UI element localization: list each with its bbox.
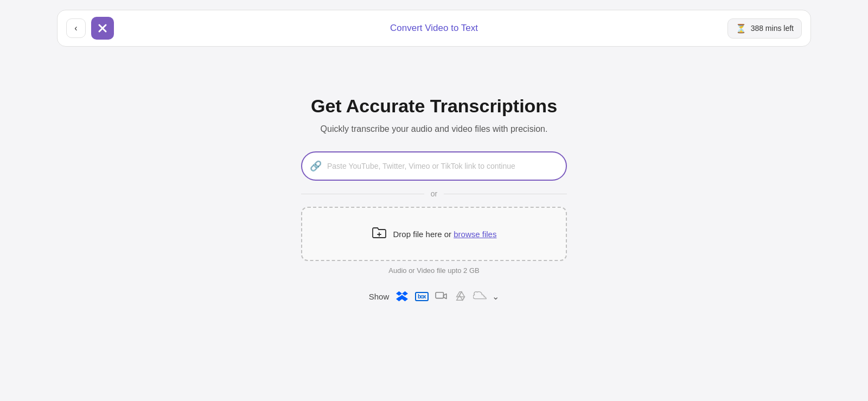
svg-rect-0 xyxy=(436,292,443,298)
logo-svg xyxy=(96,22,109,35)
url-input-wrapper: 🔗 xyxy=(301,151,567,181)
chevron-left-icon: ‹ xyxy=(74,23,77,33)
page-title: Convert Video to Text xyxy=(390,23,478,34)
or-divider: or xyxy=(301,189,567,198)
logo-icon xyxy=(91,17,114,40)
drop-text-prefix: Drop file here or xyxy=(393,230,454,239)
dropbox-icon[interactable] xyxy=(394,289,410,304)
cloud-icons: box xyxy=(394,289,499,304)
folder-icon xyxy=(372,226,387,243)
main-heading: Get Accurate Transcriptions xyxy=(311,96,557,117)
screen-recorder-icon[interactable] xyxy=(433,289,449,304)
show-label: Show xyxy=(369,292,390,301)
google-drive-icon[interactable] xyxy=(453,289,468,304)
timer-display: ⏳ 388 mins left xyxy=(727,18,802,39)
back-button[interactable]: ‹ xyxy=(66,18,86,38)
show-row: Show box xyxy=(369,289,500,304)
onedrive-icon[interactable] xyxy=(473,289,488,304)
show-more-chevron[interactable]: ⌄ xyxy=(492,291,499,302)
drop-text: Drop file here or browse files xyxy=(393,230,497,239)
main-subtitle: Quickly transcribe your audio and video … xyxy=(321,124,548,134)
nav-left: ‹ xyxy=(66,17,114,40)
file-hint: Audio or Video file upto 2 GB xyxy=(388,266,479,275)
url-input[interactable] xyxy=(301,151,567,181)
link-icon: 🔗 xyxy=(310,160,322,172)
drop-zone[interactable]: Drop file here or browse files xyxy=(301,207,567,261)
mins-left-label: 388 mins left xyxy=(751,24,794,33)
or-line-left xyxy=(301,194,424,194)
navbar: ‹ Convert Video to Text ⏳ 388 mins left xyxy=(57,10,811,47)
box-text: box xyxy=(415,292,429,301)
browse-files-link[interactable]: browse files xyxy=(454,230,496,239)
or-text: or xyxy=(431,189,437,198)
timer-icon: ⏳ xyxy=(736,23,746,34)
main-content: Get Accurate Transcriptions Quickly tran… xyxy=(0,96,868,304)
or-line-right xyxy=(444,194,567,194)
box-icon[interactable]: box xyxy=(414,289,429,304)
